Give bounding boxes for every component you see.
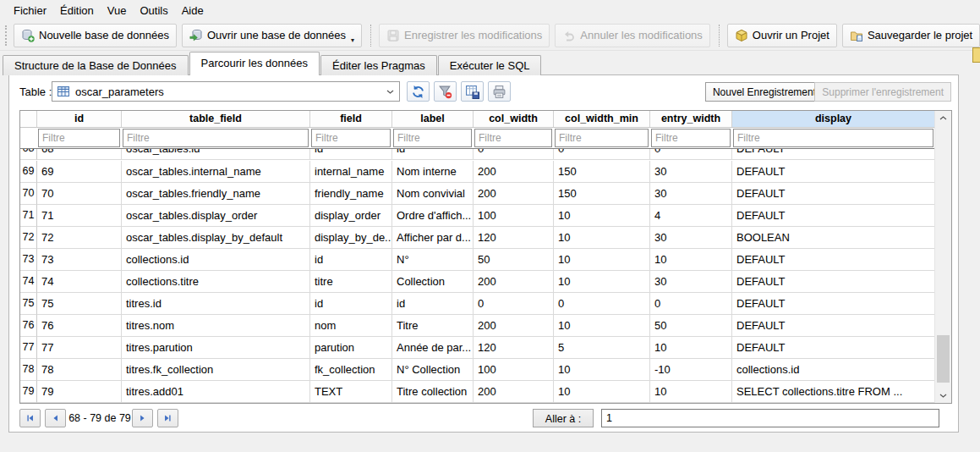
cell-col_width_min[interactable]: 10: [554, 205, 650, 227]
open-database-button[interactable]: Ouvrir une base de données▾: [182, 24, 362, 47]
cell-display[interactable]: SELECT collections.titre FROM ...: [732, 381, 935, 403]
cell-label[interactable]: Nom interne: [392, 161, 474, 183]
toolbar-grip[interactable]: [5, 25, 7, 46]
cell-entry_width[interactable]: -10: [650, 359, 732, 381]
grid-corner-cell[interactable]: [20, 111, 37, 128]
column-header-id[interactable]: id: [37, 111, 122, 128]
filter-input-col_width[interactable]: [474, 129, 552, 147]
cell-entry_width[interactable]: 10: [650, 337, 732, 359]
cell-display[interactable]: DEFAULT: [732, 293, 935, 315]
row-header-72[interactable]: 72: [20, 227, 37, 249]
cell-table_field[interactable]: titres.fk_collection: [122, 359, 310, 381]
tab-browse-data[interactable]: Parcourir les données: [189, 52, 320, 75]
cell-table_field[interactable]: oscar_tables.internal_name: [122, 161, 310, 183]
cell-label[interactable]: N° Collection: [392, 359, 474, 381]
cell-field[interactable]: id: [310, 249, 392, 271]
cell-col_width_min[interactable]: 10: [554, 315, 650, 337]
row-header-71[interactable]: 71: [20, 205, 37, 227]
cell-field[interactable]: friendly_name: [310, 183, 392, 205]
cell-col_width_min[interactable]: 10: [554, 227, 650, 249]
cell-display[interactable]: DEFAULT: [732, 205, 935, 227]
column-header-table_field[interactable]: table_field: [122, 111, 310, 128]
last-record-button[interactable]: [157, 409, 178, 427]
cell-display[interactable]: DEFAULT: [732, 183, 935, 205]
open-project-button[interactable]: Ouvrir un Projet: [727, 24, 837, 47]
cell-table_field[interactable]: titres.parution: [122, 337, 310, 359]
cell-col_width_min[interactable]: 10: [554, 271, 650, 293]
cell-table_field[interactable]: oscar_tables.id: [122, 149, 310, 160]
goto-button[interactable]: Aller à :: [533, 409, 594, 427]
cell-label[interactable]: id: [392, 293, 474, 315]
cell-id[interactable]: 77: [37, 337, 122, 359]
refresh-button[interactable]: [407, 81, 430, 102]
new-record-button[interactable]: Nouvel Enregistrement ▾: [705, 82, 829, 102]
cell-entry_width[interactable]: 30: [650, 183, 732, 205]
filter-input-display[interactable]: [733, 129, 933, 147]
cell-table_field[interactable]: oscar_tables.display_by_default: [122, 227, 310, 249]
cell-label[interactable]: N°: [392, 249, 474, 271]
cell-table_field[interactable]: titres.id: [122, 293, 310, 315]
cell-id[interactable]: 76: [37, 315, 122, 337]
cell-col_width[interactable]: 200: [474, 315, 554, 337]
cell-field[interactable]: display_by_de...: [310, 227, 392, 249]
cell-id[interactable]: 68: [37, 149, 122, 160]
column-header-label[interactable]: label: [392, 111, 474, 128]
tab-execute-sql[interactable]: Exécuter le SQL: [438, 55, 542, 75]
tab-edit-pragmas[interactable]: Éditer les Pragmas: [320, 55, 437, 75]
cell-display[interactable]: DEFAULT: [732, 337, 935, 359]
cell-col_width[interactable]: 200: [474, 183, 554, 205]
cell-col_width[interactable]: 200: [474, 271, 554, 293]
cell-table_field[interactable]: titres.nom: [122, 315, 310, 337]
filter-input-field[interactable]: [311, 129, 391, 147]
cell-col_width[interactable]: 0: [474, 293, 554, 315]
cell-col_width[interactable]: 200: [474, 381, 554, 403]
column-header-field[interactable]: field: [310, 111, 392, 128]
cell-col_width_min[interactable]: 10: [554, 359, 650, 381]
cell-label[interactable]: Titre: [392, 315, 474, 337]
filter-input-label[interactable]: [393, 129, 472, 147]
cell-entry_width[interactable]: 50: [650, 315, 732, 337]
cell-label[interactable]: Nom convivial: [392, 183, 474, 205]
cell-display[interactable]: DEFAULT: [732, 249, 935, 271]
clear-filters-button[interactable]: [434, 81, 457, 102]
row-header-78[interactable]: 78: [20, 359, 37, 381]
menu-item-vue[interactable]: Vue: [101, 2, 134, 19]
cell-entry_width[interactable]: 30: [650, 161, 732, 183]
cell-col_width_min[interactable]: 150: [554, 183, 650, 205]
new-database-button[interactable]: Nouvelle base de données: [14, 24, 177, 47]
row-header-69[interactable]: 69: [20, 161, 37, 183]
row-header-73[interactable]: 73: [20, 249, 37, 271]
scrollbar-thumb[interactable]: [937, 335, 950, 383]
cell-field[interactable]: internal_name: [310, 161, 392, 183]
cell-entry_width[interactable]: 0: [650, 293, 732, 315]
menu-item-fichier[interactable]: Fichier: [7, 2, 53, 19]
print-button[interactable]: [488, 81, 511, 102]
cell-table_field[interactable]: oscar_tables.display_order: [122, 205, 310, 227]
revert-changes-button[interactable]: Annuler les modifications: [555, 24, 710, 47]
cell-col_width[interactable]: 0: [474, 149, 554, 160]
cell-field[interactable]: parution: [310, 337, 392, 359]
cell-field[interactable]: TEXT: [310, 381, 392, 403]
cell-table_field[interactable]: oscar_tables.friendly_name: [122, 183, 310, 205]
cell-col_width[interactable]: 120: [474, 227, 554, 249]
cell-field[interactable]: titre: [310, 271, 392, 293]
cell-col_width_min[interactable]: 0: [554, 293, 650, 315]
column-header-entry_width[interactable]: entry_width: [650, 111, 732, 128]
goto-record-input[interactable]: [601, 409, 939, 427]
row-header-76[interactable]: 76: [20, 315, 37, 337]
cell-col_width[interactable]: 100: [474, 205, 554, 227]
row-header-77[interactable]: 77: [20, 337, 37, 359]
cell-entry_width[interactable]: 30: [650, 227, 732, 249]
cell-entry_width[interactable]: 10: [650, 381, 732, 403]
cell-col_width[interactable]: 120: [474, 337, 554, 359]
row-header-68[interactable]: 68: [20, 149, 37, 160]
cell-col_width[interactable]: 200: [474, 161, 554, 183]
save-results-button[interactable]: [461, 81, 484, 102]
cell-display[interactable]: DEFAULT: [732, 149, 935, 160]
vertical-scrollbar[interactable]: [934, 111, 951, 403]
cell-col_width_min[interactable]: 10: [554, 381, 650, 403]
cell-display[interactable]: DEFAULT: [732, 161, 935, 183]
cell-entry_width[interactable]: 0: [650, 149, 732, 160]
column-header-display[interactable]: display: [732, 111, 935, 128]
column-header-col_width[interactable]: col_width: [474, 111, 554, 128]
